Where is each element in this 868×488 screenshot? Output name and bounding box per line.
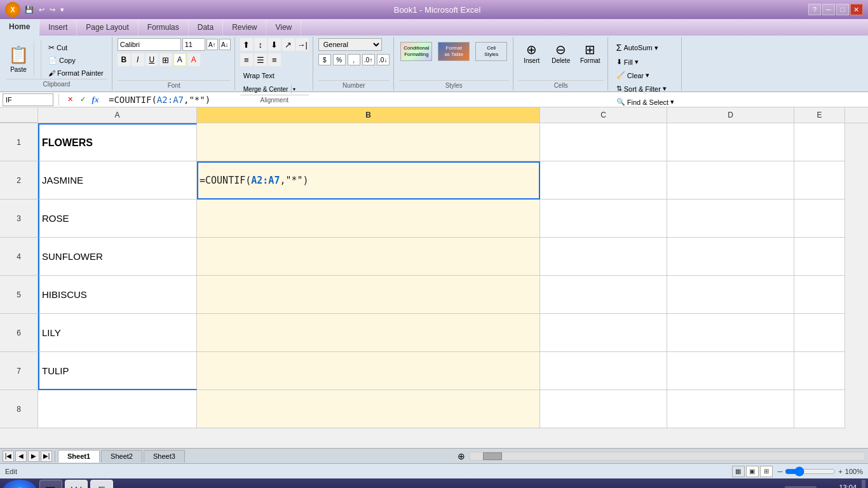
formula-input[interactable]: =COUNTIF(A2:A7,"*") — [104, 93, 865, 106]
customize-quick-btn[interactable]: ▾ — [58, 4, 66, 15]
col-header-e[interactable]: E — [794, 107, 845, 123]
cancel-formula-btn[interactable]: ✕ — [64, 94, 76, 105]
cell-b5[interactable] — [197, 276, 540, 314]
corner-cell[interactable] — [0, 107, 38, 123]
row-header-1[interactable]: 1 — [0, 123, 38, 161]
minimize-btn[interactable]: ─ — [822, 4, 835, 15]
cut-button[interactable]: ✂ Cut — [45, 41, 107, 54]
zoom-in-btn[interactable]: + — [838, 468, 842, 475]
wrap-text-button[interactable]: Wrap Text — [240, 70, 278, 81]
autosum-button[interactable]: Σ AutoSum ▾ — [613, 41, 677, 55]
cell-c4[interactable] — [540, 238, 667, 276]
font-color-button[interactable]: A — [187, 53, 200, 66]
cell-d5[interactable] — [667, 276, 794, 314]
row-header-7[interactable]: 7 — [0, 352, 38, 390]
cell-a4[interactable]: SUNFLOWER — [38, 238, 197, 276]
delete-cells-button[interactable]: ⊖ Delete — [548, 41, 574, 65]
cell-e1[interactable] — [794, 123, 845, 161]
border-button[interactable]: ⊞ — [159, 53, 172, 66]
cell-b4[interactable] — [197, 238, 540, 276]
cell-e7[interactable] — [794, 352, 845, 390]
cell-c2[interactable] — [540, 161, 667, 200]
cell-e6[interactable] — [794, 314, 845, 352]
align-center-button[interactable]: ☰ — [254, 53, 267, 66]
insert-cells-button[interactable]: ⊕ Insert — [519, 41, 545, 65]
sheet-tab-1[interactable]: Sheet1 — [58, 450, 100, 463]
tab-insert[interactable]: Insert — [39, 19, 77, 36]
sheet-nav-prev[interactable]: ◀ — [15, 451, 27, 462]
cell-e3[interactable] — [794, 200, 845, 238]
confirm-formula-btn[interactable]: ✓ — [77, 94, 88, 105]
italic-button[interactable]: I — [132, 53, 144, 66]
tab-home[interactable]: Home — [0, 19, 39, 36]
cell-c6[interactable] — [540, 314, 667, 352]
clear-button[interactable]: 🧹 Clear ▾ — [613, 69, 677, 81]
cell-c8[interactable] — [540, 390, 667, 428]
col-header-c[interactable]: C — [540, 107, 667, 123]
paste-button[interactable]: 📋 Paste — [6, 41, 34, 78]
undo-quick-btn[interactable]: ↩ — [37, 4, 46, 15]
number-format-select[interactable]: General Number Currency Percentage — [318, 38, 382, 51]
align-right-button[interactable]: ≡ — [268, 53, 281, 66]
cell-d3[interactable] — [667, 200, 794, 238]
font-grow-button[interactable]: A↑ — [207, 39, 218, 50]
row-header-6[interactable]: 6 — [0, 314, 38, 352]
format-cells-button[interactable]: ⊞ Format — [577, 41, 604, 65]
cell-d2[interactable] — [667, 161, 794, 200]
cell-a3[interactable]: ROSE — [38, 200, 197, 238]
cell-d8[interactable] — [667, 390, 794, 428]
decimal-dec-btn[interactable]: .0↓ — [377, 54, 390, 65]
close-btn[interactable]: ✕ — [850, 4, 863, 15]
sheet-nav-next[interactable]: ▶ — [28, 451, 39, 462]
show-desktop-btn[interactable] — [862, 480, 865, 488]
tab-page-layout[interactable]: Page Layout — [77, 19, 138, 36]
cell-e4[interactable] — [794, 238, 845, 276]
h-scrollbar-thumb[interactable] — [483, 452, 502, 460]
row-header-3[interactable]: 3 — [0, 200, 38, 238]
insert-function-btn[interactable]: fx — [90, 94, 101, 105]
cell-b3[interactable] — [197, 200, 540, 238]
cell-a5[interactable]: HIBISCUS — [38, 276, 197, 314]
cell-d6[interactable] — [667, 314, 794, 352]
align-left-button[interactable]: ≡ — [240, 53, 253, 66]
cell-b8[interactable] — [197, 390, 540, 428]
conditional-formatting-button[interactable]: ConditionalFormatting — [399, 41, 434, 62]
cell-b2[interactable]: =COUNTIF(A2:A7,"*") — [197, 161, 540, 200]
text-orient-button[interactable]: ↗ — [282, 38, 295, 51]
font-size-input[interactable] — [182, 38, 205, 51]
cell-d7[interactable] — [667, 352, 794, 390]
help-btn[interactable]: ? — [808, 4, 821, 15]
page-break-view-btn[interactable]: ⊞ — [760, 466, 773, 477]
accounting-btn[interactable]: $ — [318, 54, 331, 65]
cell-a8[interactable] — [38, 390, 197, 428]
cell-d1[interactable] — [667, 123, 794, 161]
col-header-a[interactable]: A — [38, 107, 197, 123]
row-header-4[interactable]: 4 — [0, 238, 38, 276]
font-name-input[interactable] — [118, 38, 181, 51]
percent-btn[interactable]: % — [333, 54, 346, 65]
cell-a2[interactable]: JASMINE — [38, 161, 197, 200]
tab-formulas[interactable]: Formulas — [139, 19, 189, 36]
row-header-5[interactable]: 5 — [0, 276, 38, 314]
cell-c1[interactable] — [540, 123, 667, 161]
page-layout-view-btn[interactable]: ▣ — [746, 466, 759, 477]
normal-view-btn[interactable]: ▦ — [732, 466, 745, 477]
cell-b1[interactable] — [197, 123, 540, 161]
fill-color-button[interactable]: A — [173, 53, 186, 66]
bold-button[interactable]: B — [118, 53, 130, 66]
align-top-button[interactable]: ⬆ — [240, 38, 253, 51]
cell-c7[interactable] — [540, 352, 667, 390]
taskbar-excel-app[interactable]: E — [90, 480, 113, 488]
cell-e5[interactable] — [794, 276, 845, 314]
tab-data[interactable]: Data — [189, 19, 223, 36]
tab-review[interactable]: Review — [223, 19, 266, 36]
cell-styles-button[interactable]: CellStyles — [474, 41, 509, 62]
office-logo[interactable]: X — [5, 2, 20, 17]
tab-view[interactable]: View — [266, 19, 301, 36]
decimal-inc-btn[interactable]: .0↑ — [362, 54, 375, 65]
col-header-b[interactable]: B — [197, 107, 540, 123]
row-header-8[interactable]: 8 — [0, 390, 38, 428]
redo-quick-btn[interactable]: ↪ — [48, 4, 57, 15]
taskbar-word-app[interactable]: W — [65, 480, 88, 488]
format-painter-button[interactable]: 🖌 Format Painter — [45, 67, 107, 79]
